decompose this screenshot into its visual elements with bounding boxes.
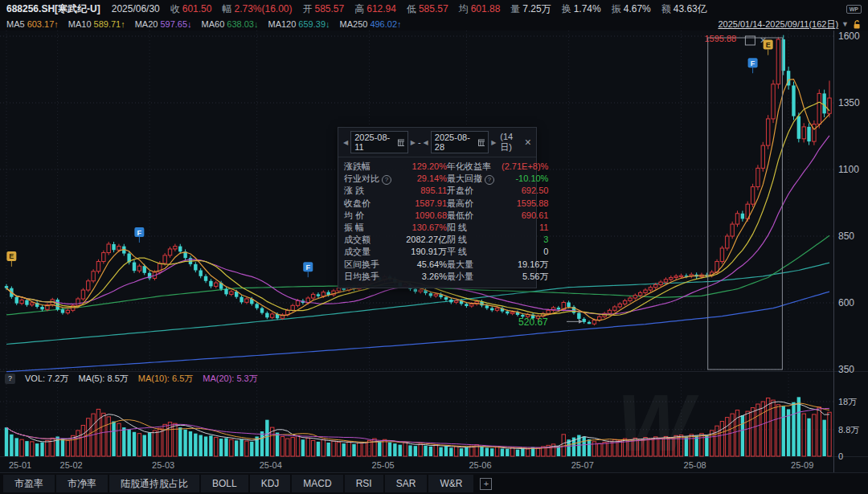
help-icon[interactable]: ?: [5, 374, 15, 384]
info-icon[interactable]: ?: [382, 175, 391, 185]
svg-text:25-09: 25-09: [791, 460, 813, 470]
close-icon[interactable]: ×: [525, 138, 531, 146]
ma-legend: MA5603.17↑MA10589.71↑MA20597.65↓MA60638.…: [6, 19, 411, 29]
volume-legend-item: MA(20): 5.3万: [203, 373, 257, 385]
stat-label: 阳 线: [447, 222, 502, 234]
chevron-down-icon[interactable]: ▼: [841, 20, 849, 28]
range-text[interactable]: 2025/01/14-2025/09/11(162日): [718, 18, 838, 31]
start-date: 2025-08-11: [354, 133, 395, 152]
stat-label: 最低价: [447, 210, 502, 222]
svg-text:25-01: 25-01: [9, 460, 31, 470]
tab-sar[interactable]: SAR: [385, 475, 428, 492]
quote-field-value: 43.63亿: [674, 2, 707, 16]
tab-kdj[interactable]: KDJ: [250, 475, 291, 492]
tab-pe[interactable]: 市盈率: [3, 475, 55, 492]
stat-value: 1595.88: [502, 198, 548, 210]
stat-value: 29.14%: [400, 173, 447, 185]
volume-layer: [5, 397, 831, 456]
stat-value: 895.11: [400, 185, 447, 197]
add-indicator-tab[interactable]: +: [475, 475, 497, 492]
quote-field-value: 601.88: [471, 3, 501, 14]
quote-field-value: 612.94: [366, 3, 396, 14]
stat-value: 2082.27亿: [400, 234, 447, 246]
stat-label: 均 价: [344, 210, 400, 222]
stat-label: 振 幅: [344, 222, 400, 234]
ma-label: MA120: [268, 19, 297, 29]
tab-northbound[interactable]: 陆股通持股占比: [109, 475, 199, 492]
stat-value: 130.67%: [400, 222, 447, 234]
volume-legend-item: VOL: 7.2万: [25, 373, 68, 385]
svg-text:25-04: 25-04: [260, 460, 282, 470]
ma-label: MA250: [340, 19, 368, 29]
prev-range-icon[interactable]: ◀: [343, 139, 348, 146]
ma-value: 603.17↑: [27, 19, 59, 29]
next-range-icon[interactable]: ▶: [411, 139, 416, 146]
stat-label: 区间换手: [344, 259, 400, 271]
volume-legend: ?VOL: 7.2万MA(5): 8.5万MA(10): 6.5万MA(20):…: [5, 373, 258, 385]
stat-label: 最高价: [447, 198, 502, 210]
stat-value: 45.64%: [400, 259, 447, 271]
stat-value: 190.91万: [400, 246, 447, 258]
stat-value: 0: [502, 246, 548, 258]
stat-value: 3.26%: [400, 271, 447, 283]
svg-text:25-02: 25-02: [60, 460, 83, 470]
date-separator: -: [418, 137, 421, 147]
stat-value: 1090.68: [400, 210, 447, 222]
ma-label: MA10: [68, 19, 92, 29]
indicator-tabbar: 市盈率市净率陆股通持股占比BOLLKDJMACDRSISARW&R+: [0, 472, 868, 494]
quote-field-value: 7.25万: [522, 2, 551, 16]
stat-label: 日均换手: [344, 271, 400, 283]
stat-value: 11: [502, 222, 548, 234]
range-selector[interactable]: 2025/01/14-2025/09/11(162日) ▼: [718, 18, 862, 31]
prev-range-icon[interactable]: ◀: [424, 139, 428, 146]
stock-code[interactable]: 688256.SH[寒武纪-U]: [6, 2, 100, 16]
ma-value: 659.39↓: [298, 19, 330, 29]
stat-value: (2.71E+8)%: [502, 161, 548, 173]
calendar-icon: [398, 139, 404, 146]
quote-field-label: 均: [459, 2, 469, 16]
chart-area[interactable]: 16001350110085060035018万8.8万025-0125-022…: [0, 31, 868, 472]
wp-icon[interactable]: WP: [846, 5, 862, 14]
tab-wr[interactable]: W&R: [428, 475, 473, 492]
ma-value: 589.71↑: [94, 19, 125, 29]
svg-text:850: 850: [838, 231, 854, 242]
svg-text:25-06: 25-06: [469, 460, 491, 470]
end-date-picker[interactable]: 2025-08-28: [431, 131, 489, 153]
lock-open-icon[interactable]: [852, 19, 862, 30]
info-icon[interactable]: ?: [485, 175, 494, 185]
quote-field-label: 开: [303, 2, 313, 16]
tab-rsi[interactable]: RSI: [345, 475, 383, 492]
stat-label: 平 线: [447, 246, 502, 258]
stat-value: 1587.91: [400, 198, 447, 210]
stat-label: 成交额: [344, 234, 400, 246]
min-price-label: 520.67: [518, 316, 548, 328]
svg-text:25-08: 25-08: [684, 460, 706, 470]
stock-chart-app: 688256.SH[寒武纪-U] 2025/06/30 收601.50幅2.73…: [0, 0, 868, 494]
stat-label: 最大量: [447, 259, 502, 271]
quote-field-label: 高: [354, 2, 364, 16]
popup-header: ◀ 2025-08-11 ▶ - ◀ 2025-08-28: [338, 128, 536, 157]
start-date-picker[interactable]: 2025-08-11: [350, 131, 408, 153]
stat-value: 129.20%: [400, 161, 447, 173]
quote-field-label: 额: [661, 2, 671, 16]
svg-text:25-03: 25-03: [152, 460, 174, 470]
range-stats-popup: ◀ 2025-08-11 ▶ - ◀ 2025-08-28: [338, 127, 537, 288]
volume-legend-item: MA(10): 6.5万: [138, 373, 193, 385]
quote-field-label: 量: [510, 2, 520, 16]
stat-value: 3: [502, 234, 548, 246]
ma-value: 496.02↑: [370, 19, 401, 29]
tab-pb[interactable]: 市净率: [56, 475, 108, 492]
svg-text:F: F: [751, 59, 755, 67]
quote-field-value: 585.57: [419, 3, 448, 14]
svg-text:E: E: [9, 252, 14, 260]
quote-bar: 688256.SH[寒武纪-U] 2025/06/30 收601.50幅2.73…: [0, 0, 868, 18]
stat-value: 690.61: [502, 210, 548, 222]
tab-boll[interactable]: BOLL: [201, 475, 248, 492]
quote-field-value: 601.50: [182, 3, 212, 14]
quote-field-value: 2.73%(16.00): [234, 3, 292, 14]
stat-value: -10.10%: [502, 173, 548, 185]
tab-macd[interactable]: MACD: [292, 475, 342, 492]
quote-field-value: 585.57: [315, 3, 345, 14]
next-range-icon[interactable]: ▶: [491, 139, 496, 146]
stat-label: 开盘价: [447, 185, 502, 197]
